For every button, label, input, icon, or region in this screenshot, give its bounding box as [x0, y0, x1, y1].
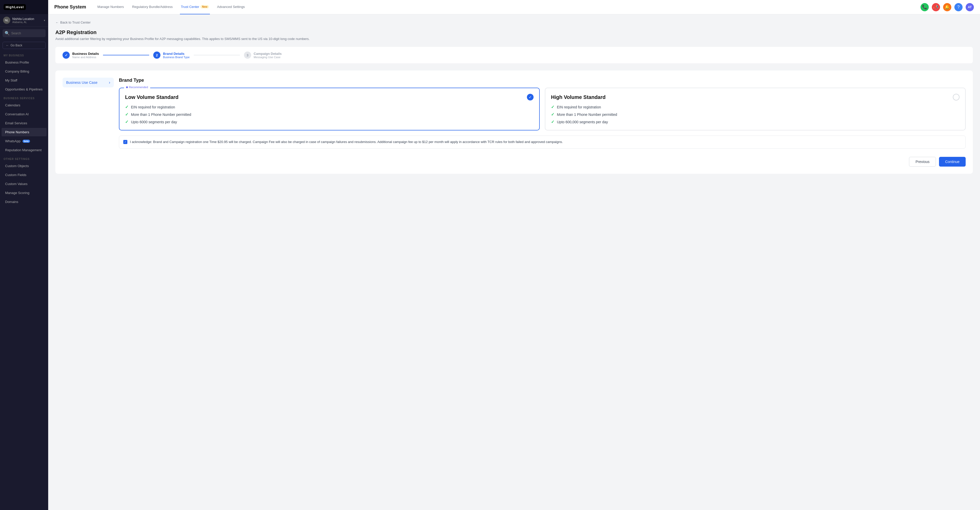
arrow-left-icon: ← [6, 44, 9, 47]
sidebar-item-phone-numbers[interactable]: Phone Numbers [2, 128, 47, 136]
sidebar-item-my-staff[interactable]: My Staff [2, 76, 47, 84]
sidebar-item-custom-values[interactable]: Custom Values [2, 180, 47, 188]
step-label-1: Business Details [72, 52, 99, 56]
sidebar-item-conversation-ai[interactable]: Conversation AI [2, 110, 47, 118]
search-icon: 🔍 [5, 31, 10, 36]
go-back-button[interactable]: ← Go Back [3, 42, 46, 49]
step-label-3: Campaign Details [254, 52, 282, 56]
sidebar-item-manage-scoring[interactable]: Manage Scoring [2, 189, 47, 197]
content-area: ← Back to Trust Center A2P Registration … [48, 14, 980, 510]
user-location: Alabama, AL [12, 21, 42, 24]
check-icon: ✓ [551, 119, 554, 124]
sidebar-item-custom-objects[interactable]: Custom Objects [2, 162, 47, 170]
arrow-left-icon: ← [56, 21, 59, 24]
user-avatar-top[interactable]: AT [966, 3, 974, 11]
user-name: Nishita Location [12, 17, 42, 21]
card-sidebar-item-business-use-case[interactable]: Business Use Case › [62, 78, 114, 87]
megaphone-icon[interactable]: 📣 [932, 3, 940, 11]
sidebar-item-business-profile[interactable]: Business Profile [2, 58, 47, 67]
recommended-label: Recommended [124, 86, 150, 89]
sidebar-item-opportunities-pipelines[interactable]: Opportunities & Pipelines [2, 85, 47, 94]
feature-item: ✓ Upto 600,000 segments per day [551, 119, 959, 124]
step-sublabel-3: Messaging Use Case [254, 56, 282, 59]
logo-text: HighLevel [6, 5, 24, 9]
sidebar-item-calendars[interactable]: Calendars [2, 101, 47, 110]
brand-card-title-low: Low Volume Standard [125, 94, 179, 100]
main-panel: Phone System Manage Numbers Regulatory B… [48, 0, 980, 510]
tab-trust-center[interactable]: Trust Center New [180, 0, 210, 14]
logo-box: HighLevel [3, 4, 26, 10]
sidebar: HighLevel NL Nishita Location Alabama, A… [0, 0, 48, 510]
brand-card-low-volume[interactable]: Recommended Low Volume Standard ✓ ✓ EIN … [119, 87, 540, 130]
beta-badge: beta [22, 140, 30, 143]
step-line-1 [103, 55, 149, 56]
brand-card-title-high: High Volume Standard [551, 94, 606, 100]
check-icon: ✓ [125, 112, 128, 117]
business-services-section-label: BUSINESS SERVICES [0, 94, 48, 101]
feature-list-high: ✓ EIN required for registration ✓ More t… [551, 105, 959, 124]
topnav-icons: 📞 📣 🔔 ? AT [921, 3, 974, 11]
feature-item: ✓ More than 1 Phone Number permitted [551, 112, 959, 117]
continue-button[interactable]: Continue [939, 157, 966, 167]
user-section[interactable]: NL Nishita Location Alabama, AL ▾ [0, 14, 48, 27]
my-business-section-label: MY BUSINESS [0, 51, 48, 58]
chevron-down-icon: ▾ [44, 19, 45, 22]
user-info: Nishita Location Alabama, AL [12, 17, 42, 24]
sidebar-item-domains[interactable]: Domains [2, 198, 47, 206]
step-sublabel-1: Name and Address [72, 56, 99, 59]
step-business-details: ✓ Business Details Name and Address [62, 51, 99, 59]
brand-card-high-volume[interactable]: High Volume Standard ✓ EIN required for … [545, 87, 966, 130]
check-icon: ✓ [125, 119, 128, 124]
card-sidebar: Business Use Case › [62, 78, 114, 167]
step-label-2: Brand Details [163, 52, 189, 56]
feature-item: ✓ EIN required for registration [551, 105, 959, 110]
bottom-buttons: Previous Continue [119, 155, 966, 167]
help-icon[interactable]: ? [955, 3, 963, 11]
acknowledgment-text: I acknowledge: Brand and Campaign regist… [130, 140, 563, 145]
step-sublabel-2: Business Brand Type [163, 56, 189, 59]
stepper: ✓ Business Details Name and Address 2 Br… [56, 47, 973, 63]
other-settings-section-label: OTHER SETTINGS [0, 154, 48, 162]
feature-item: ✓ Upto 6000 segments per day [125, 119, 534, 124]
acknowledgment-row: ✓ I acknowledge: Brand and Campaign regi… [119, 135, 966, 149]
page-heading: A2P Registration [56, 29, 973, 35]
brand-card-header-low: Low Volume Standard ✓ [125, 94, 534, 100]
sidebar-item-whatsapp[interactable]: WhatsApp beta [2, 137, 47, 145]
top-nav: Phone System Manage Numbers Regulatory B… [48, 0, 980, 14]
check-icon: ✓ [551, 105, 554, 110]
user-avatar: NL [3, 17, 10, 24]
main-card: Business Use Case › Brand Type Recommend… [56, 70, 973, 174]
previous-button[interactable]: Previous [909, 157, 935, 167]
feature-item: ✓ More than 1 Phone Number permitted [125, 112, 534, 117]
new-badge: New [200, 5, 209, 8]
chevron-right-icon: › [109, 80, 110, 85]
brand-card-header-high: High Volume Standard [551, 94, 959, 100]
recommended-dot [126, 86, 128, 88]
step-circle-1: ✓ [62, 51, 70, 59]
feature-item: ✓ EIN required for registration [125, 105, 534, 110]
bell-icon[interactable]: 🔔 [943, 3, 951, 11]
sidebar-item-email-services[interactable]: Email Services [2, 119, 47, 127]
page-title: Phone System [54, 4, 86, 10]
page-subtext: Avoid additional carrier filtering by re… [56, 37, 973, 41]
tab-regulatory-bundle[interactable]: Regulatory Bundle/Address [131, 0, 173, 14]
feature-list-low: ✓ EIN required for registration ✓ More t… [125, 105, 534, 124]
phone-icon[interactable]: 📞 [921, 3, 929, 11]
sidebar-item-custom-fields[interactable]: Custom Fields [2, 171, 47, 179]
tab-manage-numbers[interactable]: Manage Numbers [96, 0, 125, 14]
tab-advanced-settings[interactable]: Advanced Settings [216, 0, 246, 14]
sidebar-item-company-billing[interactable]: Company Billing [2, 67, 47, 76]
sidebar-logo: HighLevel [0, 0, 48, 14]
step-campaign-details: 3 Campaign Details Messaging Use Case [244, 51, 282, 59]
search-input[interactable] [11, 32, 48, 35]
sidebar-item-reputation-management[interactable]: Reputation Management [2, 146, 47, 154]
selected-checkmark-low: ✓ [527, 94, 534, 100]
back-link[interactable]: ← Back to Trust Center [56, 21, 973, 24]
step-line-2 [194, 55, 240, 56]
brand-type-title: Brand Type [119, 78, 966, 83]
step-brand-details: 2 Brand Details Business Brand Type [153, 51, 189, 59]
check-icon: ✓ [551, 112, 554, 117]
search-bar[interactable]: 🔍 ⌘K ＋ [3, 29, 46, 37]
acknowledgment-checkbox[interactable]: ✓ [123, 140, 127, 144]
step-circle-3: 3 [244, 51, 251, 59]
